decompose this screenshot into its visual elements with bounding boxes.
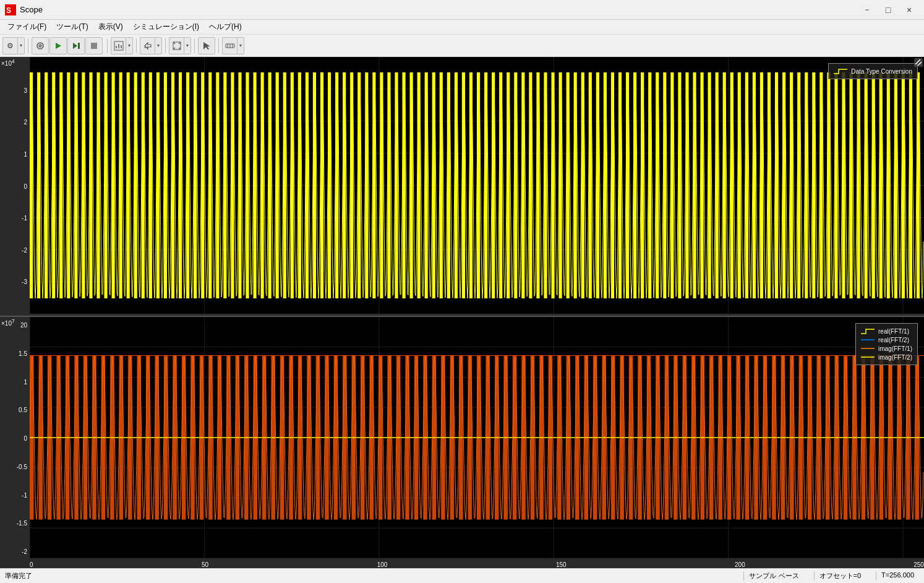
step-button[interactable] — [67, 37, 85, 54]
measure-dropdown[interactable]: ▾ — [237, 37, 244, 54]
top-legend: Data Type Conversion — [828, 63, 918, 79]
top-y-label-2: 2 — [0, 119, 30, 126]
menu-simulation[interactable]: シミュレーション(I) — [128, 20, 204, 33]
svg-rect-7 — [91, 43, 97, 49]
main-window: S Scope － □ × ファイル(F) ツール(T) 表示(V) シミュレー… — [0, 0, 924, 583]
legend-line-imag-fft2-icon — [861, 353, 875, 361]
bottom-y-label-15: 1.5 — [0, 350, 30, 357]
zoom-back-dropdown[interactable]: ▾ — [155, 37, 162, 54]
bottom-y-label-0: 0 — [0, 435, 30, 442]
bottom-plot-area[interactable]: real(FFT/1) real(FFT/2) im — [30, 317, 924, 560]
playback-controls — [32, 37, 103, 54]
bottom-y-label-05: 0.5 — [0, 407, 30, 413]
window-title: Scope — [20, 5, 857, 14]
bottom-y-label-10: 1 — [0, 379, 30, 386]
top-y-exponent: ×104 — [1, 58, 15, 67]
play-button[interactable] — [49, 37, 67, 54]
scope-settings-dropdown[interactable]: ▾ — [126, 37, 133, 54]
top-y-label-0: 0 — [0, 183, 30, 190]
zoom-fit-dropdown[interactable]: ▾ — [184, 37, 191, 54]
minimize-button[interactable]: － — [857, 3, 877, 17]
legend-label-imag-fft1: imag(FFT/1) — [878, 345, 912, 352]
status-right: サンプル ベース オフセット=0 T=256.000 — [743, 571, 919, 581]
x-label-250: 250 — [913, 561, 924, 568]
top-y-axis: ×104 3 2 1 0 -1 -2 -3 — [0, 57, 30, 316]
zoom-back-button[interactable]: ↩ — [140, 37, 155, 54]
charts-area: ×104 3 2 1 0 -1 -2 -3 — [0, 57, 924, 568]
bottom-y-axis: ×107 20 1.5 1 0.5 0 -0.5 -1 -1.5 -2 — [0, 317, 30, 560]
bottom-y-label-n15: -1.5 — [0, 520, 30, 527]
record-button[interactable] — [32, 37, 49, 54]
bottom-canvas — [30, 317, 924, 558]
status-ready: 準備完了 — [5, 571, 743, 581]
legend-step-icon — [834, 67, 847, 75]
bottom-x-axis: 0 50 100 150 200 250 — [0, 560, 924, 568]
top-y-label-3: 3 — [0, 87, 30, 94]
svg-rect-6 — [78, 43, 80, 49]
legend-item-imag-fft2: imag(FFT/2) — [861, 353, 912, 361]
legend-line-imag-fft1-icon — [861, 345, 875, 352]
svg-point-3 — [38, 44, 42, 48]
menu-bar: ファイル(F) ツール(T) 表示(V) シミュレーション(I) ヘルプ(H) — [0, 20, 924, 35]
stop-button[interactable] — [85, 37, 103, 54]
zoom-fit-button[interactable] — [169, 37, 184, 54]
legend-label-imag-fft2: imag(FFT/2) — [878, 354, 912, 361]
top-chart: ×104 3 2 1 0 -1 -2 -3 — [0, 57, 924, 317]
menu-help[interactable]: ヘルプ(H) — [204, 20, 247, 33]
status-time: T=256.000 — [876, 571, 919, 581]
top-plot-area[interactable]: Data Type Conversion — [30, 57, 924, 316]
separator-5 — [194, 38, 195, 53]
window-controls: － □ × — [857, 3, 919, 17]
zoom-back-tool: ↩ ▾ — [140, 37, 162, 54]
x-label-50: 50 — [202, 561, 208, 568]
menu-file[interactable]: ファイル(F) — [2, 20, 51, 33]
status-bar: 準備完了 サンプル ベース オフセット=0 T=256.000 — [0, 568, 924, 583]
top-chart-wrapper: ×104 3 2 1 0 -1 -2 -3 — [0, 57, 924, 316]
measure-button[interactable] — [222, 37, 237, 54]
bottom-chart-wrapper: ×107 20 1.5 1 0.5 0 -0.5 -1 -1.5 -2 — [0, 317, 924, 560]
title-bar: S Scope － □ × — [0, 0, 924, 20]
top-canvas — [30, 57, 924, 314]
legend-line-real-fft2-icon — [861, 336, 875, 343]
bottom-y-label-n20: -2 — [0, 548, 30, 555]
top-y-label-n2: -2 — [0, 247, 30, 254]
menu-tools[interactable]: ツール(T) — [51, 20, 93, 33]
legend-item-dtc: Data Type Conversion — [834, 67, 912, 75]
bottom-y-label-n10: -1 — [0, 492, 30, 499]
measure-tool: ▾ — [222, 37, 244, 54]
close-button[interactable]: × — [899, 3, 919, 17]
bottom-legend: real(FFT/1) real(FFT/2) im — [855, 323, 918, 365]
legend-item-imag-fft1: imag(FFT/1) — [861, 345, 912, 352]
maximize-button[interactable]: □ — [878, 3, 898, 17]
settings-tool: ⚙ ▾ — [2, 37, 25, 54]
x-label-200: 200 — [735, 561, 745, 568]
svg-text:↩: ↩ — [144, 45, 148, 50]
legend-label-dtc: Data Type Conversion — [851, 68, 912, 75]
scope-settings-button[interactable] — [111, 37, 126, 54]
top-y-label-1: 1 — [0, 151, 30, 158]
legend-item-real-fft2: real(FFT/2) — [861, 336, 912, 343]
x-label-150: 150 — [556, 561, 567, 568]
menu-view[interactable]: 表示(V) — [93, 20, 128, 33]
scope-settings-tool: ▾ — [111, 37, 133, 54]
svg-marker-14 — [203, 42, 210, 50]
svg-text:S: S — [6, 6, 11, 15]
svg-marker-5 — [73, 43, 77, 49]
separator-3 — [136, 38, 137, 53]
bottom-y-exponent: ×107 — [1, 318, 15, 327]
legend-label-real-fft1: real(FFT/1) — [878, 328, 909, 335]
x-label-100: 100 — [377, 561, 388, 568]
app-icon: S — [5, 4, 16, 15]
separator-1 — [28, 38, 28, 53]
cursor-button[interactable] — [198, 37, 215, 54]
settings-dropdown[interactable]: ▾ — [17, 37, 25, 54]
legend-line-real-fft1-icon — [861, 327, 875, 335]
top-y-label-n1: -1 — [0, 215, 30, 222]
x-label-0: 0 — [30, 561, 33, 568]
separator-6 — [218, 38, 219, 53]
settings-button[interactable]: ⚙ — [2, 37, 17, 54]
resize-handle-top[interactable] — [914, 58, 923, 67]
separator-4 — [165, 38, 166, 53]
x-labels-bottom: 0 50 100 150 200 250 — [30, 560, 924, 568]
bottom-y-label-n05: -0.5 — [0, 464, 30, 470]
